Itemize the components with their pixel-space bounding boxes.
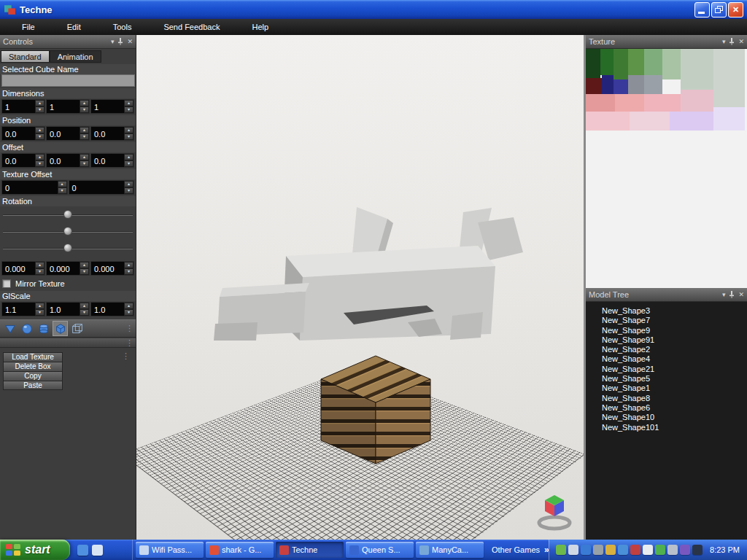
quick-launch-icon[interactable] <box>92 545 103 556</box>
model-tree-item[interactable]: New_Shape3 <box>586 306 747 316</box>
close-panel-icon[interactable]: ✕ <box>127 39 133 45</box>
taskbar-task[interactable]: Wifi Pass... <box>136 542 204 558</box>
spinner-down-icon[interactable]: ▾ <box>124 133 133 140</box>
tray-icon[interactable] <box>667 545 678 555</box>
model-tree-item[interactable]: New_Shape2 <box>586 345 747 354</box>
quick-launch-icon[interactable] <box>77 545 88 556</box>
menu-item-tools[interactable]: Tools <box>97 19 148 35</box>
viewport-3d[interactable] <box>136 35 584 540</box>
spinner-up-icon[interactable]: ▴ <box>124 262 133 268</box>
tab-animation[interactable]: Animation <box>50 50 101 63</box>
model-tree-item[interactable]: New_Shape8 <box>586 394 747 403</box>
model-tree-item[interactable]: New_Shape21 <box>586 365 747 374</box>
spinner-up-icon[interactable]: ▴ <box>35 100 44 106</box>
tray-icon[interactable] <box>556 545 566 555</box>
tray-icon[interactable] <box>605 545 616 555</box>
rotation-slider-z[interactable] <box>3 240 133 257</box>
taskbar-task[interactable]: Other Games» <box>486 542 549 558</box>
rotation-slider-x[interactable] <box>3 206 133 223</box>
menu-item-send-feedback[interactable]: Send Feedback <box>147 19 236 35</box>
minimize-button[interactable] <box>694 2 710 18</box>
spinner-down-icon[interactable]: ▾ <box>80 160 89 167</box>
number-spinner[interactable]: 0.0▴▾ <box>90 126 134 141</box>
number-spinner[interactable]: 1.0▴▾ <box>46 302 90 316</box>
spinner-up-icon[interactable]: ▴ <box>58 181 67 187</box>
tray-icon[interactable] <box>630 545 640 555</box>
number-spinner[interactable]: 0.0▴▾ <box>46 153 90 168</box>
spinner-up-icon[interactable]: ▴ <box>35 262 44 268</box>
spinner-down-icon[interactable]: ▾ <box>58 187 67 194</box>
chevron-down-icon[interactable]: ▾ <box>111 39 115 45</box>
number-spinner[interactable]: 0.000▴▾ <box>46 261 90 276</box>
spinner-up-icon[interactable]: ▴ <box>124 127 133 133</box>
number-spinner[interactable]: 0▴▾ <box>69 180 135 195</box>
taskbar-task[interactable]: ManyCa... <box>416 542 484 558</box>
spinner-down-icon[interactable]: ▾ <box>80 106 89 113</box>
taskbar-task[interactable]: shark - G... <box>206 542 274 558</box>
model-tree-item[interactable]: New_Shape1 <box>586 384 747 393</box>
copy-button[interactable]: Copy <box>3 371 63 381</box>
model-tree-item[interactable]: New_Shape7 <box>586 316 747 325</box>
tray-icon[interactable] <box>618 545 628 555</box>
tray-icon[interactable] <box>568 545 578 555</box>
pin-icon[interactable] <box>729 291 735 298</box>
spinner-down-icon[interactable]: ▾ <box>35 133 44 140</box>
model-tree-item[interactable]: New_Shape4 <box>586 354 747 364</box>
number-spinner[interactable]: 1▴▾ <box>90 99 134 114</box>
spinner-down-icon[interactable]: ▾ <box>35 106 44 113</box>
spinner-up-icon[interactable]: ▴ <box>124 100 133 106</box>
toolbar-grip-handle[interactable]: ⋮ <box>122 352 130 390</box>
spinner-up-icon[interactable]: ▴ <box>124 303 133 309</box>
close-button[interactable]: ✕ <box>728 2 743 18</box>
tray-icon[interactable] <box>581 545 591 555</box>
menu-item-help[interactable]: Help <box>236 19 285 35</box>
number-spinner[interactable]: 0.000▴▾ <box>90 261 134 276</box>
slider-thumb[interactable] <box>63 244 72 252</box>
pin-icon[interactable] <box>729 38 735 45</box>
model-tree-item[interactable]: New_Shape10 <box>586 413 747 422</box>
load-texture-button[interactable]: Load Texture <box>3 352 63 362</box>
spinner-up-icon[interactable]: ▴ <box>80 100 89 106</box>
model-tree-item[interactable]: New_Shape6 <box>586 403 747 413</box>
taskbar-task[interactable]: Techne <box>276 542 344 558</box>
spinner-down-icon[interactable]: ▾ <box>124 160 133 167</box>
wireframe-cube-tool-icon[interactable] <box>69 321 85 336</box>
number-spinner[interactable]: 0.0▴▾ <box>1 153 45 168</box>
number-spinner[interactable]: 0.0▴▾ <box>1 126 45 141</box>
taskbar-task[interactable]: Queen S... <box>346 542 414 558</box>
spinner-up-icon[interactable]: ▴ <box>124 181 133 187</box>
cone-tool-icon[interactable] <box>2 321 18 336</box>
spinner-up-icon[interactable]: ▴ <box>80 303 89 309</box>
number-spinner[interactable]: 0.000▴▾ <box>1 261 45 276</box>
spinner-down-icon[interactable]: ▾ <box>124 187 133 194</box>
spinner-down-icon[interactable]: ▾ <box>124 106 133 113</box>
toolbar-grip-handle[interactable]: ⋮ <box>125 324 133 332</box>
spinner-down-icon[interactable]: ▾ <box>35 268 44 275</box>
texture-preview[interactable] <box>586 49 747 288</box>
chevron-down-icon[interactable]: ▾ <box>722 292 726 298</box>
paste-button[interactable]: Paste <box>3 381 63 390</box>
spinner-up-icon[interactable]: ▴ <box>35 154 44 160</box>
number-spinner[interactable]: 0▴▾ <box>1 180 68 195</box>
number-spinner[interactable]: 0.0▴▾ <box>90 153 134 168</box>
spinner-down-icon[interactable]: ▾ <box>80 309 89 316</box>
model-tree-item[interactable]: New_Shape101 <box>586 423 747 432</box>
spinner-up-icon[interactable]: ▴ <box>35 127 44 133</box>
cube-tool-icon[interactable] <box>53 321 68 336</box>
spinner-up-icon[interactable]: ▴ <box>80 154 89 160</box>
number-spinner[interactable]: 1.1▴▾ <box>1 302 45 316</box>
spinner-down-icon[interactable]: ▾ <box>35 309 44 316</box>
model-tree-item[interactable]: New_Shape5 <box>586 374 747 384</box>
spinner-down-icon[interactable]: ▾ <box>124 309 133 316</box>
cylinder-tool-icon[interactable] <box>36 321 51 336</box>
menu-item-file[interactable]: File <box>6 19 51 35</box>
start-button[interactable]: start <box>0 540 70 560</box>
number-spinner[interactable]: 1.0▴▾ <box>90 302 134 316</box>
number-spinner[interactable]: 1▴▾ <box>1 99 45 114</box>
close-panel-icon[interactable]: ✕ <box>738 292 744 298</box>
spinner-up-icon[interactable]: ▴ <box>80 262 89 268</box>
number-spinner[interactable]: 1▴▾ <box>46 99 90 114</box>
spinner-up-icon[interactable]: ▴ <box>124 154 133 160</box>
spinner-down-icon[interactable]: ▾ <box>80 268 89 275</box>
tab-standard[interactable]: Standard <box>1 50 50 63</box>
